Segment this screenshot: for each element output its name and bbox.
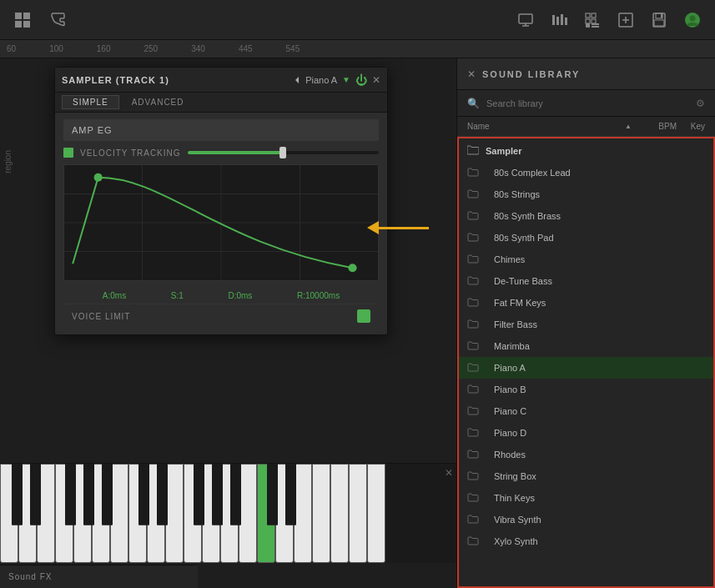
white-key[interactable] <box>147 464 165 563</box>
library-item-name: Vibra Synth <box>486 515 705 525</box>
arrow-indicator <box>367 221 429 234</box>
save-icon[interactable] <box>647 8 672 33</box>
piano-left-arrow <box>292 75 302 85</box>
library-item-name: Piano A <box>486 363 705 373</box>
white-key[interactable] <box>92 464 110 563</box>
library-list-item[interactable]: Filter Bass <box>459 314 713 335</box>
white-key[interactable] <box>128 464 147 563</box>
grid-icon[interactable] <box>10 8 35 33</box>
white-key[interactable] <box>0 464 18 563</box>
folder-icon <box>467 340 479 352</box>
library-item-name: De-Tune Bass <box>486 276 705 286</box>
svg-rect-8 <box>556 17 559 25</box>
svg-point-34 <box>94 173 103 182</box>
library-list-item[interactable]: Piano C <box>459 400 713 422</box>
white-key[interactable] <box>330 464 349 563</box>
svg-point-26 <box>690 15 696 21</box>
main-content: region SAMPLER (TRACK 1) Piano A ▼ ⏻ ✕ <box>0 58 715 588</box>
folder-icon <box>467 514 479 525</box>
white-key[interactable] <box>18 464 37 563</box>
envelope-graph[interactable] <box>63 164 379 281</box>
svg-point-35 <box>348 264 356 272</box>
library-list-item[interactable]: Sampler <box>459 140 713 162</box>
white-key[interactable] <box>110 464 128 563</box>
velocity-slider-thumb[interactable] <box>279 147 286 158</box>
library-search: 🔍 ⚙ <box>457 90 715 117</box>
white-key[interactable] <box>294 464 312 563</box>
white-key[interactable] <box>55 464 73 563</box>
library-list-item[interactable]: String Box <box>459 465 713 487</box>
library-list-item[interactable]: Piano D <box>459 422 713 444</box>
library-item-name: Piano D <box>486 428 705 438</box>
library-list-item[interactable]: Vibra Synth <box>459 509 713 530</box>
folder-icon <box>467 254 479 265</box>
decay-param: D:0ms <box>228 291 252 300</box>
white-key[interactable] <box>349 464 367 563</box>
top-bar <box>0 0 715 40</box>
white-key[interactable] <box>202 464 220 563</box>
folder-icon <box>467 470 479 482</box>
library-list-item[interactable]: 80s Strings <box>459 183 713 205</box>
library-list-item[interactable]: Chimes <box>459 249 713 270</box>
folder-icon <box>467 319 479 330</box>
velocity-checkbox[interactable] <box>63 148 73 158</box>
white-key[interactable] <box>73 464 92 563</box>
monitor-icon[interactable] <box>513 8 538 33</box>
piano-selector[interactable]: Piano A <box>292 75 337 85</box>
bars-icon[interactable] <box>546 8 571 33</box>
sustain-param: S:1 <box>171 291 184 300</box>
plus-panel-icon[interactable] <box>613 8 638 33</box>
white-key[interactable] <box>37 464 55 563</box>
white-key[interactable] <box>312 464 330 563</box>
decay-label: D:0ms <box>228 291 252 300</box>
svg-rect-7 <box>552 15 555 25</box>
white-key[interactable] <box>165 464 184 563</box>
library-list-item[interactable]: 80s Synth Pad <box>459 227 713 249</box>
svg-rect-24 <box>661 14 662 18</box>
filter-icon[interactable]: ⚙ <box>696 98 705 109</box>
library-search-input[interactable] <box>486 98 689 108</box>
library-list-item[interactable]: 80s Complex Lead <box>459 162 713 183</box>
library-list-item[interactable]: Marimba <box>459 335 713 357</box>
library-list-item[interactable]: Rhodes <box>459 444 713 465</box>
amp-eg-header: AMP EG <box>63 119 379 141</box>
voice-limit-row: VOICE LIMIT <box>63 304 379 328</box>
library-item-name: Rhodes <box>486 450 705 460</box>
library-list-item[interactable]: Xylo Synth <box>459 530 713 552</box>
white-key[interactable] <box>239 464 257 563</box>
library-list-item[interactable]: 80s Synth Brass <box>459 205 713 227</box>
library-list[interactable]: Sampler80s Complex Lead80s Strings80s Sy… <box>457 137 715 588</box>
library-list-item[interactable]: Piano B <box>459 379 713 400</box>
timeline-bar: 60 100 160 250 340 445 545 <box>0 40 715 58</box>
piano-keyboard[interactable] <box>0 464 456 563</box>
white-key-pressed[interactable] <box>257 464 275 563</box>
voice-limit-indicator[interactable] <box>357 309 370 323</box>
sampler-close-button[interactable]: ✕ <box>372 74 380 86</box>
folder-icon <box>467 188 479 200</box>
timeline-marker: 100 <box>49 44 63 53</box>
white-key[interactable] <box>275 464 294 563</box>
column-name: Name <box>467 122 622 131</box>
region-label: region <box>3 150 13 173</box>
folder-icon <box>467 210 479 222</box>
envelope-svg <box>64 165 378 280</box>
phone-icon[interactable] <box>45 8 70 33</box>
library-list-item[interactable]: Thin Keys <box>459 487 713 509</box>
library-list-item[interactable]: Fat FM Keys <box>459 292 713 314</box>
velocity-slider[interactable] <box>188 151 379 154</box>
white-key[interactable] <box>184 464 202 563</box>
timeline-marker: 160 <box>97 44 111 53</box>
tab-simple[interactable]: SIMPLE <box>62 95 119 109</box>
svg-rect-12 <box>592 13 596 18</box>
tab-advanced[interactable]: ADVANCED <box>121 95 195 109</box>
sort-arrow[interactable]: ▲ <box>625 123 632 130</box>
white-key[interactable] <box>367 464 385 563</box>
library-list-item[interactable]: De-Tune Bass <box>459 270 713 292</box>
white-key[interactable] <box>220 464 239 563</box>
preset-dropdown-arrow[interactable]: ▼ <box>342 75 350 84</box>
library-list-item[interactable]: Piano A <box>459 357 713 379</box>
power-button[interactable]: ⏻ <box>355 73 367 87</box>
user-icon[interactable] <box>680 8 705 33</box>
library-close-button[interactable]: ✕ <box>467 68 476 80</box>
grid2-icon[interactable] <box>580 8 605 33</box>
